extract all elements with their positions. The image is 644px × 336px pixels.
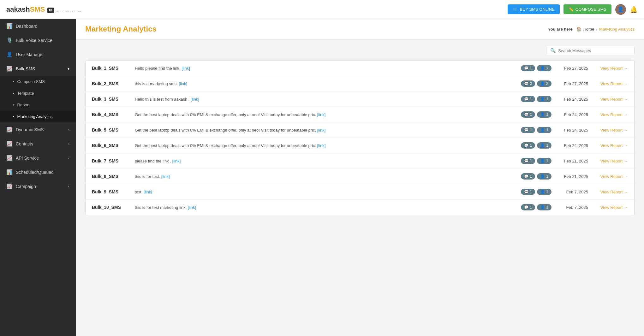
bulk-voice-icon: 🎙️ [6,37,13,43]
row-badges: 💬1 👤1 [520,96,552,102]
content-area: 🔍 Bulk_1_SMS Hello please find the link.… [76,39,644,221]
sidebar-item-campaign[interactable]: 📈 Campaign ‹ [0,179,76,193]
search-input[interactable] [558,48,630,53]
breadcrumb: You are here 🏠 Home / Marketing Analytic… [548,27,635,32]
marketing-analytics-sub-icon: ▪ [13,114,14,119]
row-message: Get the best laptop deals with 0% EMI & … [135,143,515,148]
table-row: Bulk_3_SMS Hello this is test from aakas… [86,91,634,107]
breadcrumb-current: Marketing Analytics [599,27,635,32]
sms-icon: 💬 [524,97,529,101]
table-row: Bulk_1_SMS Hello please find the link. [… [86,61,634,76]
contact-icon: 👤 [540,81,545,86]
badge-contact: 👤1 [537,158,552,164]
table-row: Bulk_6_SMS Get the best laptop deals wit… [86,138,634,153]
search-bar-wrapper: 🔍 [85,46,635,55]
sidebar-label-dynamic-sms: Dynamic SMS [16,127,44,132]
sms-icon: 💬 [524,190,529,194]
sidebar-item-template[interactable]: ▪ Template [0,87,76,99]
sidebar-item-dynamic-sms[interactable]: 📈 Dynamic SMS ‹ [0,122,76,137]
dynamic-sms-icon: 📈 [6,127,13,133]
api-service-arrow-icon: ‹ [68,156,69,160]
view-report-link[interactable]: View Report → [593,190,628,194]
sidebar-label-marketing-analytics: Marketing Analytics [17,114,53,119]
row-badges: 💬1 👤1 [520,127,552,133]
row-name: Bulk_7_SMS [92,158,130,163]
row-badges: 💬1 👤1 [520,142,552,149]
sidebar-item-compose-sms[interactable]: ▪ Compose SMS [0,76,76,87]
home-icon: 🏠 [576,27,581,32]
row-badges: 💬1 👤1 [520,173,552,180]
view-report-link[interactable]: View Report → [593,143,628,148]
row-name: Bulk_2_SMS [92,81,130,86]
contacts-icon: 📈 [6,141,13,147]
sidebar-item-marketing-analytics[interactable]: ▪ Marketing Analytics [0,111,76,122]
row-link[interactable]: [link] [144,190,152,194]
dashboard-icon: 📊 [6,23,13,29]
view-report-link[interactable]: View Report → [593,174,628,179]
row-link[interactable]: [link] [188,205,196,210]
view-report-link[interactable]: View Report → [593,97,628,102]
logo: aakashSMS ✉ GET CONNECTED [6,5,83,14]
table-row: Bulk_5_SMS Get the best laptop deals wit… [86,122,634,138]
contact-icon: 👤 [540,112,545,117]
row-date: Feb 24, 2025 [557,97,588,102]
view-report-link[interactable]: View Report → [593,81,628,86]
sidebar-item-bulk-sms[interactable]: 📈 Bulk SMS ▾ [0,62,76,76]
sms-icon: 💬 [524,143,529,148]
row-message: please find the link . [link] [135,159,515,163]
api-service-icon: 📈 [6,155,13,161]
table-row: Bulk_4_SMS Get the best laptop deals wit… [86,107,634,122]
contact-icon: 👤 [540,205,545,209]
logo-tagline: GET CONNECTED [55,10,83,13]
row-link[interactable]: [link] [172,159,181,163]
sidebar-item-bulk-voice[interactable]: 🎙️ Bulk Voice Service [0,33,76,47]
sms-icon: 💬 [524,112,529,117]
sidebar-label-compose-sms: Compose SMS [17,79,45,84]
report-sub-icon: ▪ [13,103,14,107]
sidebar-label-bulk-voice: Bulk Voice Service [16,38,52,43]
search-bar: 🔍 [546,46,635,55]
sidebar-item-report[interactable]: ▪ Report [0,99,76,111]
sidebar-item-scheduled[interactable]: 📊 Scheduled/Queued [0,165,76,179]
row-badges: 💬1 👤1 [520,189,552,195]
contact-icon: 👤 [540,97,545,101]
sidebar-label-bulk-sms: Bulk SMS [16,66,35,71]
breadcrumb-you-are-here: You are here [548,27,573,32]
buy-sms-button[interactable]: 🛒 BUY SMS ONLINE [508,4,559,14]
bulk-sms-arrow-icon: ▾ [68,67,69,71]
row-link[interactable]: [link] [317,128,326,133]
notifications-bell-icon[interactable]: 🔔 [630,6,638,13]
compose-sms-button[interactable]: ✏️ COMPOSE SMS [564,4,611,14]
row-link[interactable]: [link] [317,112,326,117]
sidebar-label-campaign: Campaign [16,184,36,189]
view-report-link[interactable]: View Report → [593,128,628,133]
row-link[interactable]: [link] [317,143,326,148]
campaign-icon: 📈 [6,183,13,189]
contact-icon: 👤 [540,128,545,132]
sidebar-item-contacts[interactable]: 📈 Contacts ‹ [0,137,76,151]
row-link[interactable]: [link] [191,97,199,102]
sidebar-item-user-manager[interactable]: 👤 User Manager [0,47,76,62]
view-report-link[interactable]: View Report → [593,205,628,210]
row-link[interactable]: [link] [161,174,170,179]
table-row: Bulk_9_SMS test. [link] 💬1 👤1 Feb 7, 202… [86,184,634,200]
row-badges: 💬1 👤1 [520,204,552,210]
sms-icon: 💬 [524,205,529,209]
user-avatar[interactable]: 👤 [615,4,626,15]
row-link[interactable]: [link] [182,66,190,71]
analytics-table: Bulk_1_SMS Hello please find the link. [… [85,60,635,215]
row-date: Feb 24, 2025 [557,112,588,117]
sidebar-label-api-service: API Service [16,156,39,161]
sidebar-item-api-service[interactable]: 📈 API Service ‹ [0,151,76,165]
topbar: aakashSMS ✉ GET CONNECTED 🛒 BUY SMS ONLI… [0,0,644,19]
row-name: Bulk_1_SMS [92,66,130,71]
view-report-link[interactable]: View Report → [593,159,628,163]
view-report-link[interactable]: View Report → [593,66,628,71]
view-report-link[interactable]: View Report → [593,112,628,117]
sidebar-item-dashboard[interactable]: 📊 Dashboard [0,19,76,33]
contact-icon: 👤 [540,66,545,70]
row-name: Bulk_5_SMS [92,127,130,133]
row-date: Feb 27, 2025 [557,81,588,86]
breadcrumb-home-link[interactable]: Home [583,27,594,32]
row-link[interactable]: [link] [179,81,187,86]
